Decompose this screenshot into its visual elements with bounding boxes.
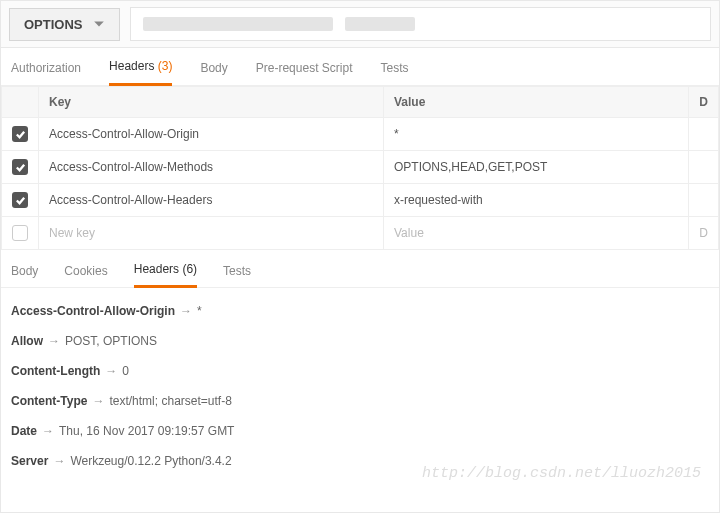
response-header-row: Content-Length→0 <box>11 364 709 378</box>
table-row[interactable]: Access-Control-Allow-Headers x-requested… <box>2 184 719 217</box>
tab-headers-count: (3) <box>158 59 173 73</box>
http-method-dropdown[interactable]: OPTIONS <box>9 8 120 41</box>
header-value-input[interactable]: * <box>384 118 689 151</box>
tab-headers[interactable]: Headers (3) <box>109 59 172 86</box>
rtab-headers-count: (6) <box>182 262 197 276</box>
arrow-icon: → <box>105 364 117 378</box>
header-value-input[interactable]: OPTIONS,HEAD,GET,POST <box>384 151 689 184</box>
http-method-label: OPTIONS <box>24 17 83 32</box>
header-desc-cell[interactable] <box>689 151 719 184</box>
arrow-icon: → <box>92 394 104 408</box>
header-key-input[interactable]: New key <box>39 217 384 250</box>
response-header-row: Server→Werkzeug/0.12.2 Python/3.4.2 <box>11 454 709 468</box>
arrow-icon: → <box>48 334 60 348</box>
rtab-body[interactable]: Body <box>11 264 38 287</box>
tab-headers-label: Headers <box>109 59 154 73</box>
request-headers-table: Key Value D Access-Control-Allow-Origin … <box>1 86 719 250</box>
col-key: Key <box>39 87 384 118</box>
header-key-input[interactable]: Access-Control-Allow-Methods <box>39 151 384 184</box>
arrow-icon: → <box>42 424 54 438</box>
col-value: Value <box>384 87 689 118</box>
header-value-input[interactable]: x-requested-with <box>384 184 689 217</box>
header-value-input[interactable]: Value <box>384 217 689 250</box>
top-bar: OPTIONS <box>1 1 719 48</box>
response-header-row: Content-Type→text/html; charset=utf-8 <box>11 394 709 408</box>
row-checkbox[interactable] <box>12 192 28 208</box>
arrow-icon: → <box>53 454 65 468</box>
tab-body[interactable]: Body <box>200 61 227 85</box>
row-checkbox[interactable] <box>12 159 28 175</box>
response-headers-panel: Access-Control-Allow-Origin→* Allow→POST… <box>1 288 719 500</box>
header-desc-cell[interactable] <box>689 118 719 151</box>
response-tabs: Body Cookies Headers (6) Tests <box>1 252 719 288</box>
response-header-row: Allow→POST, OPTIONS <box>11 334 709 348</box>
rtab-cookies[interactable]: Cookies <box>64 264 107 287</box>
rtab-tests[interactable]: Tests <box>223 264 251 287</box>
tab-prerequest[interactable]: Pre-request Script <box>256 61 353 85</box>
rtab-headers-label: Headers <box>134 262 179 276</box>
request-tabs: Authorization Headers (3) Body Pre-reque… <box>1 48 719 86</box>
row-checkbox[interactable] <box>12 126 28 142</box>
header-key-input[interactable]: Access-Control-Allow-Headers <box>39 184 384 217</box>
header-desc-cell[interactable] <box>689 184 719 217</box>
header-key-input[interactable]: Access-Control-Allow-Origin <box>39 118 384 151</box>
url-redacted-segment <box>143 17 333 31</box>
row-checkbox[interactable] <box>12 225 28 241</box>
url-redacted-segment <box>345 17 415 31</box>
response-header-row: Access-Control-Allow-Origin→* <box>11 304 709 318</box>
response-header-row: Date→Thu, 16 Nov 2017 09:19:57 GMT <box>11 424 709 438</box>
url-input[interactable] <box>130 7 711 41</box>
chevron-down-icon <box>93 18 105 30</box>
rtab-headers[interactable]: Headers (6) <box>134 262 197 288</box>
header-desc-cell[interactable]: D <box>689 217 719 250</box>
table-row[interactable]: Access-Control-Allow-Methods OPTIONS,HEA… <box>2 151 719 184</box>
tab-authorization[interactable]: Authorization <box>11 61 81 85</box>
arrow-icon: → <box>180 304 192 318</box>
col-d: D <box>689 87 719 118</box>
col-checkbox <box>2 87 39 118</box>
table-row[interactable]: Access-Control-Allow-Origin * <box>2 118 719 151</box>
tab-tests[interactable]: Tests <box>380 61 408 85</box>
table-row-new[interactable]: New key Value D <box>2 217 719 250</box>
